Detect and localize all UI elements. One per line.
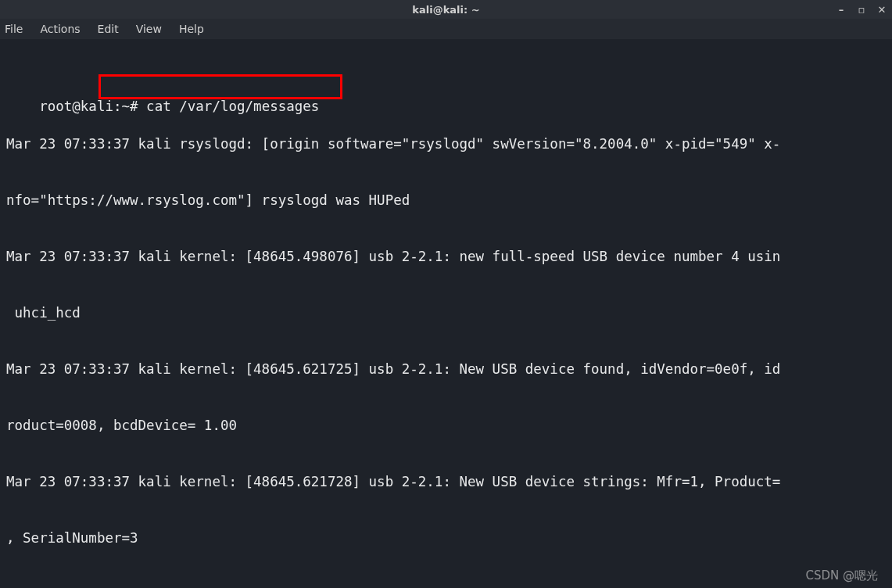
close-button[interactable]: ✕ xyxy=(876,4,887,16)
window-titlebar: kali@kali: ~ – ▫ ✕ xyxy=(0,0,892,19)
watermark: CSDN @嗯光 xyxy=(805,568,878,583)
log-line: nfo="https://www.rsyslog.com"] rsyslogd … xyxy=(6,191,892,210)
log-line: Mar 23 07:33:37 kali kernel: [48645.6217… xyxy=(6,360,892,378)
log-line: Mar 23 07:33:37 kali kernel: [48645.4980… xyxy=(6,247,892,266)
highlight-box xyxy=(99,74,342,99)
terminal-output[interactable]: root@kali:~# cat /var/log/messages Mar 2… xyxy=(0,39,892,588)
log-line: Mar 23 07:33:37 kali kernel: [48645.6217… xyxy=(6,585,892,588)
menu-actions[interactable]: Actions xyxy=(40,23,80,35)
window-title: kali@kali: ~ xyxy=(412,4,479,16)
maximize-button[interactable]: ▫ xyxy=(856,4,867,16)
prompt-line: root@kali:~# cat /var/log/messages xyxy=(39,99,319,114)
minimize-button[interactable]: – xyxy=(836,4,847,16)
log-line: , SerialNumber=3 xyxy=(6,529,892,547)
menu-file[interactable]: File xyxy=(5,23,23,35)
log-line: Mar 23 07:33:37 kali kernel: [48645.6217… xyxy=(6,472,892,491)
menu-view[interactable]: View xyxy=(136,23,162,35)
log-line: Mar 23 07:33:37 kali rsyslogd: [origin s… xyxy=(6,134,892,153)
menu-bar: File Actions Edit View Help xyxy=(0,19,892,39)
menu-edit[interactable]: Edit xyxy=(98,23,119,35)
log-line: roduct=0008, bcdDevice= 1.00 xyxy=(6,416,892,435)
log-line: uhci_hcd xyxy=(6,303,892,322)
menu-help[interactable]: Help xyxy=(179,23,204,35)
window-controls: – ▫ ✕ xyxy=(836,0,887,19)
